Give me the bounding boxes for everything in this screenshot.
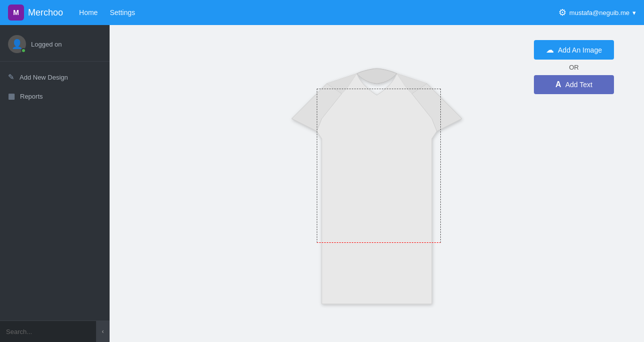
sidebar-item-add-new-design[interactable]: ✎ Add New Design <box>0 68 110 87</box>
cloud-upload-icon: ☁ <box>546 45 554 55</box>
nav-links: Home Settings <box>79 9 558 17</box>
text-icon: A <box>555 80 561 89</box>
sidebar-collapse-button[interactable]: ‹ <box>96 321 110 342</box>
sidebar: 👤 Logged on ✎ Add New Design ▦ Reports ‹ <box>0 25 110 342</box>
main-layout: 👤 Logged on ✎ Add New Design ▦ Reports ‹ <box>0 25 644 342</box>
dropdown-arrow-icon: ▾ <box>632 9 636 17</box>
user-status-label: Logged on <box>31 41 62 48</box>
nav-settings[interactable]: Settings <box>110 9 135 17</box>
avatar: 👤 <box>8 35 26 53</box>
sidebar-search-bar: ‹ <box>0 320 110 342</box>
sidebar-item-reports[interactable]: ▦ Reports <box>0 87 110 106</box>
right-action-panel: ☁ Add An Image OR A Add Text <box>534 40 614 94</box>
edit-icon: ✎ <box>8 73 15 82</box>
sidebar-user-section: 👤 Logged on <box>0 25 110 62</box>
sidebar-nav: ✎ Add New Design ▦ Reports <box>0 62 110 320</box>
status-dot <box>21 48 26 53</box>
brand-name: Merchoo <box>28 8 63 18</box>
user-menu[interactable]: ⚙ mustafa@neguib.me ▾ <box>558 7 636 18</box>
tshirt-canvas-area <box>247 39 507 329</box>
or-label: OR <box>569 64 579 71</box>
brand-logo: M <box>8 5 24 21</box>
top-navigation: M Merchoo Home Settings ⚙ mustafa@neguib… <box>0 0 644 25</box>
brand[interactable]: M Merchoo <box>8 5 63 21</box>
nav-home[interactable]: Home <box>79 9 98 17</box>
user-email: mustafa@neguib.me <box>569 9 629 17</box>
add-text-button[interactable]: A Add Text <box>534 75 614 94</box>
reports-icon: ▦ <box>8 92 15 101</box>
search-input[interactable] <box>0 322 96 341</box>
chevron-left-icon: ‹ <box>102 328 104 335</box>
sidebar-item-label: Add New Design <box>20 74 68 81</box>
add-text-label: Add Text <box>565 81 592 89</box>
tshirt-image <box>247 39 507 329</box>
add-image-button[interactable]: ☁ Add An Image <box>534 40 614 60</box>
add-image-label: Add An Image <box>558 46 602 54</box>
user-icon: 👤 <box>12 39 23 50</box>
sidebar-item-label: Reports <box>20 93 43 100</box>
main-content: ☁ Add An Image OR A Add Text <box>110 25 644 342</box>
gear-icon: ⚙ <box>558 7 566 18</box>
